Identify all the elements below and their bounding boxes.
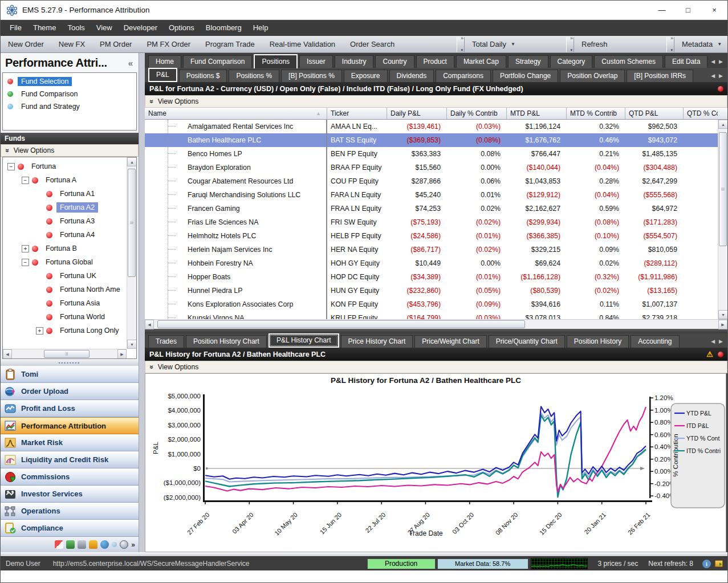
chart-view-options-bar[interactable]: » View Options: [145, 361, 727, 373]
table-row[interactable]: Helmholtz Hotels PLCHELB FP Equity($24,5…: [145, 229, 718, 243]
module-investor-services[interactable]: Investor Services: [1, 486, 139, 503]
tab-dividends[interactable]: Dividends: [389, 70, 434, 82]
tab-scroll-left-icon[interactable]: ◀: [711, 73, 715, 79]
table-row[interactable]: Frias Life Sciences NAFRI SW Equity($75,…: [145, 215, 718, 229]
toolbar-pm-fx-order-button[interactable]: PM FX Order: [139, 36, 198, 53]
module-market-risk[interactable]: Market Risk: [1, 434, 139, 451]
tab-price-quantity-chart[interactable]: Price/Quantity Chart: [489, 335, 565, 348]
tab-positions[interactable]: Positions: [254, 54, 298, 68]
menu-view[interactable]: View: [91, 20, 118, 36]
tab-edit-data[interactable]: Edit Data: [665, 55, 707, 68]
tree-node-fortuna[interactable]: −Fortuna: [3, 160, 127, 173]
column-header-daily-contrib[interactable]: Daily % Contrib: [447, 108, 507, 120]
tree-node-fortuna-asia[interactable]: Fortuna Asia: [3, 296, 127, 310]
sidebar-item-fund-selection[interactable]: Fund Selection: [3, 75, 136, 88]
module-profit-and-loss[interactable]: Profit and Loss: [1, 400, 139, 417]
tab-positions[interactable]: Positions $: [179, 70, 227, 82]
tab-positions[interactable]: Positions %: [229, 70, 279, 82]
table-row[interactable]: Kons Exploration Associates CorpKON FP E…: [145, 297, 718, 311]
tree-expand-icon[interactable]: +: [22, 245, 29, 252]
tab-position-overlap[interactable]: Position Overlap: [560, 70, 625, 82]
tree-node-fortuna-north-ame[interactable]: Fortuna North Ame: [3, 283, 127, 296]
coin-icon[interactable]: [100, 540, 109, 549]
tab-home[interactable]: Home: [148, 55, 181, 68]
tab-b-position-irrs[interactable]: [B] Position IRRs: [627, 70, 693, 82]
tree-node-fortuna-world[interactable]: Fortuna World: [3, 310, 127, 324]
module-liquidity-and-credit-risk[interactable]: Liquidity and Credit Risk: [1, 451, 139, 468]
menu-options[interactable]: Options: [163, 20, 200, 36]
scroll-up-icon[interactable]: ▲: [127, 157, 137, 166]
tab-exposure[interactable]: Exposure: [344, 70, 388, 82]
tab-position-history-chart[interactable]: Position History Chart: [186, 335, 267, 348]
tab-country[interactable]: Country: [375, 55, 414, 68]
tab-b-positions[interactable]: [B] Positions %: [281, 70, 342, 82]
table-row[interactable]: Hohbein Forestry NAHOH GY Equity$10,4490…: [145, 256, 718, 270]
column-header-daily-p-l[interactable]: Daily P&L: [387, 108, 447, 120]
table-row[interactable]: Bathen Healthcare PLCBAT SS Equity($369,…: [145, 133, 718, 147]
scroll-left-icon[interactable]: ◀: [145, 320, 154, 329]
menu-theme[interactable]: Theme: [27, 20, 62, 36]
toolbar-order-search-button[interactable]: Order Search: [343, 36, 402, 53]
tree-node-fortuna-uk[interactable]: Fortuna UK: [3, 269, 127, 283]
tab-strategy[interactable]: Strategy: [508, 55, 548, 68]
sidebar-splitter[interactable]: ▪▪▪▪▪▪▪▪: [1, 359, 139, 366]
table-row[interactable]: Hunnel Piedra LPHUN GY Equity($232,860)(…: [145, 284, 718, 297]
column-header-mtd-contrib[interactable]: MTD % Contrib: [567, 108, 625, 120]
tree-node-fortuna-long-only[interactable]: +Fortuna Long Only: [3, 324, 127, 337]
tree-node-fortuna-a3[interactable]: Fortuna A3: [3, 214, 127, 228]
tab-scroll-right-icon[interactable]: ▶: [719, 339, 723, 344]
column-header-ticker[interactable]: Ticker: [327, 108, 387, 120]
table-row[interactable]: Cougar Abatement Resources LtdCOU FP Equ…: [145, 174, 718, 188]
figure-icon[interactable]: [55, 540, 63, 549]
tree-expand-icon[interactable]: +: [36, 327, 43, 335]
tree-node-fortuna-a[interactable]: −Fortuna A: [3, 173, 127, 187]
tab-p-l-history-chart[interactable]: P&L History Chart: [269, 333, 339, 348]
environment-badge[interactable]: Production: [367, 558, 436, 569]
tab-issuer[interactable]: Issuer: [299, 55, 333, 68]
tab-industry[interactable]: Industry: [335, 55, 374, 68]
toolbar-program-trade-button[interactable]: Program Trade: [198, 36, 262, 53]
module-operations[interactable]: Operations: [1, 503, 139, 520]
tab-scroll-left-icon[interactable]: ◀: [711, 59, 715, 64]
scroll-up-icon[interactable]: ▲: [718, 120, 727, 129]
funds-tree-horizontal-scrollbar[interactable]: ◀ ▶: [3, 349, 127, 358]
tree-collapse-icon[interactable]: −: [22, 177, 29, 184]
overflow-chevron-icon[interactable]: »: [131, 541, 135, 549]
toolbar-grip-handle[interactable]: [457, 37, 465, 52]
tree-collapse-icon[interactable]: −: [22, 259, 29, 266]
toolbar-pm-order-button[interactable]: PM Order: [92, 36, 139, 53]
tree-node-fortuna-a4[interactable]: Fortuna A4: [3, 228, 127, 242]
scroll-down-icon[interactable]: ▼: [718, 310, 727, 319]
table-horizontal-scrollbar[interactable]: ◀ ▶: [145, 319, 727, 329]
column-header-qtd-co[interactable]: QTD % Co: [684, 108, 718, 120]
menu-bloomberg[interactable]: Bloomberg: [200, 20, 247, 36]
dot-icon[interactable]: [112, 542, 117, 547]
scroll-left-icon[interactable]: ◀: [3, 349, 12, 359]
collapse-sidebar-button[interactable]: «: [128, 58, 133, 68]
module-compliance[interactable]: Compliance: [1, 520, 139, 537]
padlock-icon[interactable]: [89, 540, 97, 549]
column-header-qtd-p-l[interactable]: QTD P&L: [625, 108, 684, 120]
module-order-upload[interactable]: Order Upload: [1, 383, 139, 400]
module-tomi[interactable]: Tomi: [1, 366, 139, 383]
tree-node-fortuna-global[interactable]: −Fortuna Global: [3, 255, 127, 269]
menu-tools[interactable]: Tools: [62, 20, 90, 36]
toolbar-new-fx-button[interactable]: New FX: [51, 36, 92, 53]
tree-node-fortuna-a2[interactable]: Fortuna A2: [3, 201, 127, 214]
tab-trades[interactable]: Trades: [148, 335, 184, 348]
funds-view-options-bar[interactable]: » View Options: [1, 144, 139, 157]
compass-icon[interactable]: [120, 540, 128, 549]
maximize-button[interactable]: □: [675, 1, 701, 19]
module-commissions[interactable]: Commissions: [1, 468, 139, 486]
funds-tree-vertical-scrollbar[interactable]: ▲ ▼: [127, 157, 136, 349]
module-performance-attribution[interactable]: Performance Attribution: [1, 417, 139, 434]
table-row[interactable]: Krupski Virgos NAKRU FP Equity($164,799)…: [145, 311, 718, 319]
tab-scroll-right-icon[interactable]: ▶: [719, 73, 723, 79]
tab-position-history[interactable]: Position History: [567, 335, 629, 348]
tab-scroll-left-icon[interactable]: ◀: [711, 339, 715, 344]
org-icon[interactable]: [66, 540, 75, 549]
menu-help[interactable]: Help: [247, 20, 274, 36]
table-row[interactable]: Francen GamingFRAA LN Equity$74,2530.02%…: [145, 202, 718, 215]
log-folder-icon[interactable]: [715, 560, 723, 567]
sidebar-item-fund-comparison[interactable]: Fund Comparison: [3, 88, 136, 100]
